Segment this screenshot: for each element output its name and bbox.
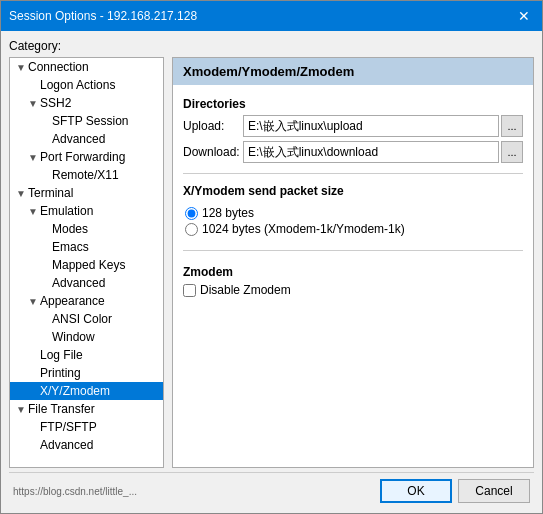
main-panel: Xmodem/Ymodem/Zmodem Directories Upload:… [172,57,534,468]
sidebar-item-label: X/Y/Zmodem [40,384,110,398]
sidebar-item-xy-zmodem[interactable]: X/Y/Zmodem [10,382,163,400]
sidebar-item-label: Terminal [28,186,73,200]
sidebar-item-label: File Transfer [28,402,95,416]
close-button[interactable]: ✕ [514,7,534,25]
directories-label: Directories [183,97,523,111]
sidebar-item-emulation[interactable]: ▼ Emulation [10,202,163,220]
sidebar-item-log-file[interactable]: Log File [10,346,163,364]
bottom-bar: https://blog.csdn.net/little_... OK Canc… [9,472,534,505]
download-label: Download: [183,145,243,159]
sidebar-item-ftp-sftp[interactable]: FTP/SFTP [10,418,163,436]
sidebar-item-label: Port Forwarding [40,150,125,164]
sidebar-item-logon-actions[interactable]: Logon Actions [10,76,163,94]
window-body: Category: ▼ Connection Logon Actions [1,31,542,513]
sidebar-item-advanced-ft[interactable]: Advanced [10,436,163,454]
sidebar-item-ssh2[interactable]: ▼ SSH2 [10,94,163,112]
sidebar-item-terminal[interactable]: ▼ Terminal [10,184,163,202]
zmodem-section: Zmodem Disable Zmodem [183,261,523,297]
sidebar-item-label: Logon Actions [40,78,115,92]
radio-1024[interactable] [185,223,198,236]
panel-title: Xmodem/Ymodem/Zmodem [173,58,533,85]
disable-zmodem-checkbox[interactable] [183,284,196,297]
sidebar-item-label: Log File [40,348,83,362]
sidebar-item-advanced-ssh2[interactable]: Advanced [10,130,163,148]
upload-input[interactable] [243,115,499,137]
sidebar-item-label: ANSI Color [52,312,112,326]
sidebar-item-label: SFTP Session [52,114,128,128]
disable-zmodem-row[interactable]: Disable Zmodem [183,283,523,297]
sidebar-item-label: Emulation [40,204,93,218]
sidebar-item-label: Remote/X11 [52,168,119,182]
divider2 [183,250,523,251]
tree-panel: ▼ Connection Logon Actions ▼ SSH2 [9,57,164,468]
sidebar-item-port-forwarding[interactable]: ▼ Port Forwarding [10,148,163,166]
sidebar-item-label: SSH2 [40,96,71,110]
arrow-connection: ▼ [16,62,28,73]
sidebar-item-advanced-emulation[interactable]: Advanced [10,274,163,292]
sidebar-item-label: Mapped Keys [52,258,125,272]
ok-button[interactable]: OK [380,479,452,503]
zmodem-label: Zmodem [183,265,523,279]
window-title: Session Options - 192.168.217.128 [9,9,197,23]
sidebar-item-printing[interactable]: Printing [10,364,163,382]
upload-label: Upload: [183,119,243,133]
sidebar-item-mapped-keys[interactable]: Mapped Keys [10,256,163,274]
sidebar-item-appearance[interactable]: ▼ Appearance [10,292,163,310]
sidebar-item-label: FTP/SFTP [40,420,97,434]
sidebar-item-label: Connection [28,60,89,74]
upload-browse-button[interactable]: ... [501,115,523,137]
download-browse-button[interactable]: ... [501,141,523,163]
arrow-terminal: ▼ [16,188,28,199]
sidebar-item-connection[interactable]: ▼ Connection [10,58,163,76]
arrow-emulation: ▼ [28,206,40,217]
arrow-pf: ▼ [28,152,40,163]
arrow-ssh2: ▼ [28,98,40,109]
arrow-file-transfer: ▼ [16,404,28,415]
sidebar-item-emacs[interactable]: Emacs [10,238,163,256]
sidebar-item-label: Printing [40,366,81,380]
sidebar-item-label: Advanced [52,132,105,146]
sidebar-item-window[interactable]: Window [10,328,163,346]
arrow-appearance: ▼ [28,296,40,307]
sidebar-item-label: Appearance [40,294,105,308]
main-window: Session Options - 192.168.217.128 ✕ Cate… [0,0,543,514]
sidebar-item-file-transfer[interactable]: ▼ File Transfer [10,400,163,418]
sidebar-item-sftp-session[interactable]: SFTP Session [10,112,163,130]
sidebar-item-label: Advanced [40,438,93,452]
radio-group-packet-size: 128 bytes 1024 bytes (Xmodem-1k/Ymodem-1… [185,206,523,236]
divider1 [183,173,523,174]
watermark: https://blog.csdn.net/little_... [13,486,137,497]
category-label: Category: [9,39,534,53]
upload-row: Upload: ... [183,115,523,137]
sidebar-item-ansi-color[interactable]: ANSI Color [10,310,163,328]
sidebar-item-modes[interactable]: Modes [10,220,163,238]
sidebar-item-label: Advanced [52,276,105,290]
sidebar-item-remote-x11[interactable]: Remote/X11 [10,166,163,184]
content-area: ▼ Connection Logon Actions ▼ SSH2 [9,57,534,468]
disable-zmodem-label: Disable Zmodem [200,283,291,297]
packet-size-label: X/Ymodem send packet size [183,184,523,198]
radio-128[interactable] [185,207,198,220]
title-bar: Session Options - 192.168.217.128 ✕ [1,1,542,31]
radio-1024-row[interactable]: 1024 bytes (Xmodem-1k/Ymodem-1k) [185,222,523,236]
cancel-button[interactable]: Cancel [458,479,530,503]
sidebar-item-label: Emacs [52,240,89,254]
download-input[interactable] [243,141,499,163]
radio-128-label: 128 bytes [202,206,254,220]
download-row: Download: ... [183,141,523,163]
sidebar-item-label: Window [52,330,95,344]
sidebar-item-label: Modes [52,222,88,236]
radio-128-row[interactable]: 128 bytes [185,206,523,220]
radio-1024-label: 1024 bytes (Xmodem-1k/Ymodem-1k) [202,222,405,236]
